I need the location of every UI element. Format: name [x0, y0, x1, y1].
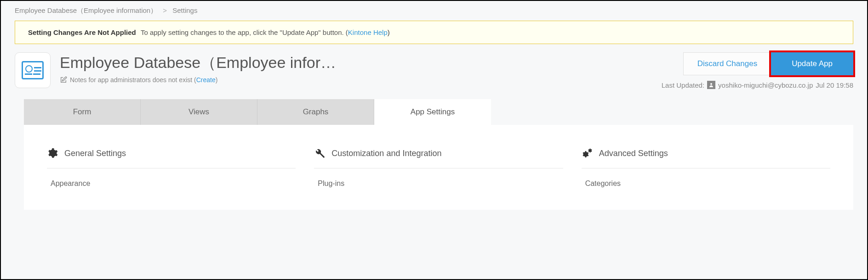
notes-suffix: ) — [216, 76, 218, 84]
notice-banner: Setting Changes Are Not Applied To apply… — [15, 21, 853, 44]
notice-close-paren: ) — [388, 28, 390, 36]
advanced-settings-title: Advanced Settings — [599, 149, 668, 158]
tab-views[interactable]: Views — [141, 99, 257, 125]
app-icon — [15, 52, 51, 88]
gears-icon — [582, 148, 593, 159]
notes-prefix: Notes for app administrators does not ex… — [70, 76, 196, 84]
wrench-icon — [314, 148, 325, 159]
customization-title: Customization and Integration — [331, 149, 441, 158]
advanced-column: Advanced Settings Categories — [572, 148, 839, 191]
tab-app-settings[interactable]: App Settings — [374, 99, 491, 125]
last-updated-time: Jul 20 19:58 — [816, 81, 853, 89]
notice-title: Setting Changes Are Not Applied — [28, 28, 136, 36]
gear-icon — [47, 148, 58, 159]
last-updated-user: yoshiko-miguchi@cybozu.co.jp — [718, 81, 813, 89]
notice-help-link[interactable]: Kintone Help — [348, 28, 388, 36]
tabs: Form Views Graphs App Settings — [24, 99, 853, 125]
app-title: Employee Databese（Employee infor… — [60, 52, 391, 73]
svg-point-0 — [710, 83, 712, 85]
update-app-button[interactable]: Update App — [771, 52, 853, 75]
last-updated: Last Updated: yoshiko-miguchi@cybozu.co.… — [662, 81, 853, 89]
customization-column: Customization and Integration Plug-ins — [305, 148, 572, 191]
general-settings-title: General Settings — [64, 149, 126, 158]
id-card-icon — [22, 61, 44, 79]
notice-message: To apply setting changes to the app, cli… — [141, 28, 348, 36]
breadcrumb-app-link[interactable]: Employee Databese（Employee information） — [15, 6, 157, 14]
plugins-link[interactable]: Plug-ins — [314, 168, 563, 191]
last-updated-label: Last Updated: — [662, 81, 704, 89]
tab-graphs[interactable]: Graphs — [257, 99, 374, 125]
breadcrumb-separator: > — [163, 6, 167, 14]
discard-changes-button[interactable]: Discard Changes — [683, 52, 771, 75]
app-notes: Notes for app administrators does not ex… — [60, 76, 652, 84]
tab-content: General Settings Appearance Customizatio… — [24, 125, 853, 210]
categories-link[interactable]: Categories — [582, 168, 830, 191]
edit-icon — [60, 76, 67, 84]
breadcrumb-current: Settings — [172, 6, 197, 14]
appearance-link[interactable]: Appearance — [47, 168, 296, 191]
user-avatar-icon — [707, 81, 715, 89]
notes-create-link[interactable]: Create — [196, 76, 216, 84]
general-settings-column: General Settings Appearance — [38, 148, 305, 191]
breadcrumb: Employee Databese（Employee information） … — [15, 1, 853, 21]
tab-form[interactable]: Form — [24, 99, 141, 125]
